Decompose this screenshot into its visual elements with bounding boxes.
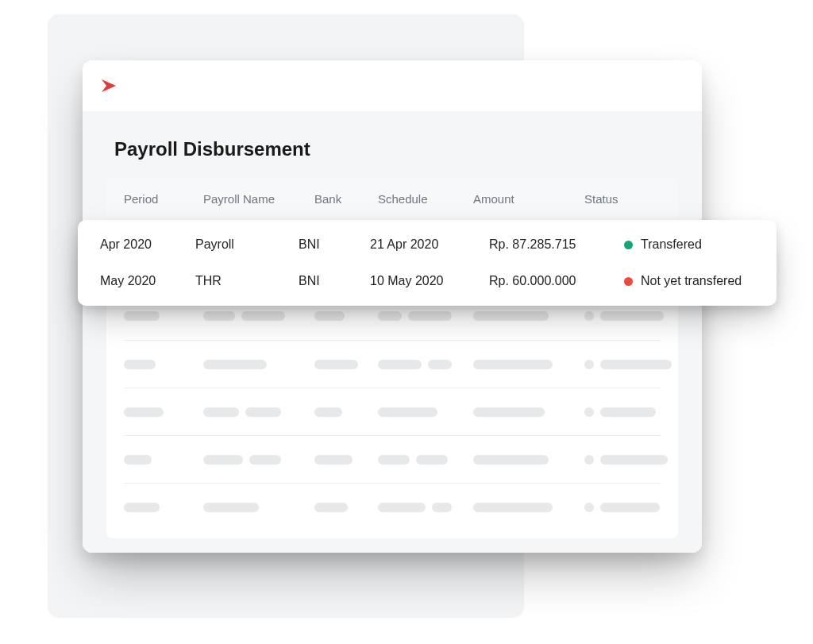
- highlighted-rows-card: Apr 2020 Payroll BNI 21 Apr 2020 Rp. 87.…: [78, 220, 776, 306]
- cell-schedule: 10 May 2020: [370, 274, 489, 288]
- cell-payroll-name: THR: [195, 274, 299, 288]
- cell-bank: BNI: [299, 274, 370, 288]
- table-row: [124, 483, 661, 530]
- table-row: [124, 340, 661, 388]
- col-amount: Amount: [473, 192, 584, 206]
- cell-amount: Rp. 87.285.715: [489, 237, 624, 252]
- table-row: [124, 388, 661, 435]
- table-row[interactable]: May 2020 THR BNI 10 May 2020 Rp. 60.000.…: [78, 263, 776, 299]
- cell-payroll-name: Payroll: [195, 237, 299, 252]
- cell-bank: BNI: [299, 237, 370, 252]
- status-dot-icon: [624, 241, 633, 249]
- app-logo-icon: [100, 76, 124, 95]
- col-period: Period: [124, 192, 203, 206]
- cell-status: Transfered: [624, 237, 754, 252]
- col-status: Status: [584, 192, 661, 206]
- page-title: Payroll Disbursement: [114, 138, 678, 160]
- col-schedule: Schedule: [378, 192, 473, 206]
- table-row: [124, 435, 661, 483]
- status-label: Transfered: [641, 237, 702, 252]
- content-area: Payroll Disbursement Period Payroll Name…: [83, 111, 702, 553]
- cell-status: Not yet transfered: [624, 274, 754, 288]
- status-label: Not yet transfered: [641, 274, 742, 288]
- status-dot-icon: [624, 277, 633, 286]
- col-bank: Bank: [314, 192, 378, 206]
- titlebar: [83, 60, 702, 111]
- cell-schedule: 21 Apr 2020: [370, 237, 489, 252]
- table-row[interactable]: Apr 2020 Payroll BNI 21 Apr 2020 Rp. 87.…: [78, 226, 776, 263]
- table-header-row: Period Payroll Name Bank Schedule Amount…: [106, 178, 678, 221]
- cell-period: Apr 2020: [100, 237, 195, 252]
- cell-amount: Rp. 60.000.000: [489, 274, 624, 288]
- col-payroll-name: Payroll Name: [203, 192, 314, 206]
- app-window: Payroll Disbursement Period Payroll Name…: [83, 60, 702, 553]
- cell-period: May 2020: [100, 274, 195, 288]
